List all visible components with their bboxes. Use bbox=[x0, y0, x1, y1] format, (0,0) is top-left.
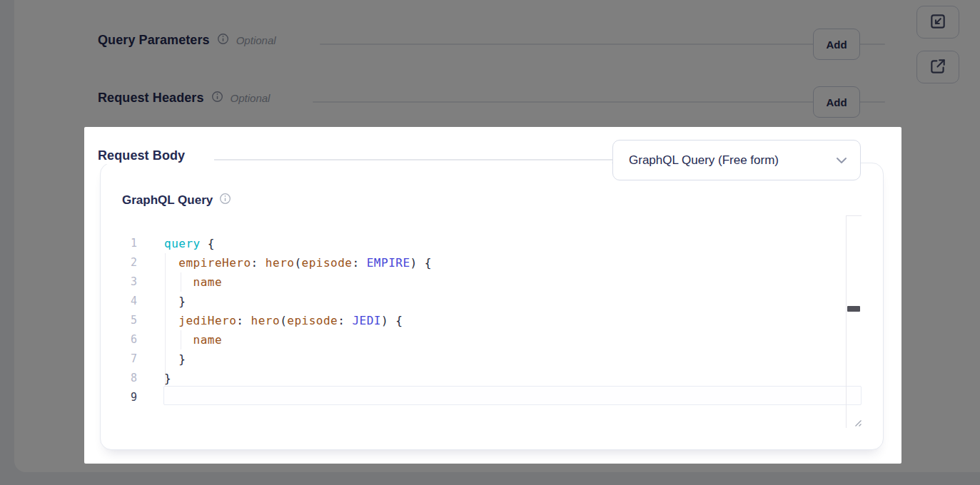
query-parameters-header: Query Parameters Optional bbox=[98, 33, 276, 48]
code-line[interactable]: } bbox=[164, 349, 862, 369]
info-icon bbox=[219, 193, 231, 208]
line-number: 7 bbox=[107, 349, 137, 369]
line-number: 6 bbox=[107, 330, 137, 349]
external-link-icon bbox=[929, 57, 947, 78]
code-line[interactable]: name bbox=[164, 330, 862, 349]
request-body-header: Request Body bbox=[98, 148, 185, 163]
resize-grip-icon[interactable] bbox=[852, 417, 862, 430]
line-number: 2 bbox=[107, 253, 137, 272]
request-headers-label: Request Headers bbox=[98, 91, 204, 106]
external-link-button[interactable] bbox=[916, 51, 959, 83]
code-line[interactable]: } bbox=[164, 292, 862, 311]
graphql-query-header: GraphQL Query bbox=[122, 193, 231, 208]
line-number: 5 bbox=[107, 311, 137, 330]
line-numbers: 123456789 bbox=[107, 234, 137, 407]
optional-label: Optional bbox=[236, 34, 276, 46]
line-number: 1 bbox=[107, 234, 137, 253]
body-type-select[interactable]: GraphQL Query (Free form) bbox=[612, 140, 861, 180]
request-headers-header: Request Headers Optional bbox=[98, 91, 270, 106]
code-line[interactable]: jediHero: hero(episode: JEDI) { bbox=[164, 311, 862, 330]
code-line[interactable] bbox=[164, 388, 862, 407]
code-line[interactable]: query { bbox=[164, 234, 862, 253]
line-number: 3 bbox=[107, 272, 137, 292]
code-lines[interactable]: query { empireHero: hero(episode: EMPIRE… bbox=[164, 234, 862, 407]
code-line[interactable]: empireHero: hero(episode: EMPIRE) { bbox=[164, 253, 862, 272]
code-line[interactable]: } bbox=[164, 369, 862, 388]
query-parameters-label: Query Parameters bbox=[98, 33, 210, 48]
divider bbox=[214, 159, 612, 160]
add-query-parameter-button[interactable]: Add bbox=[813, 29, 860, 60]
divider bbox=[320, 44, 885, 45]
line-number: 8 bbox=[107, 369, 137, 388]
add-request-header-button[interactable]: Add bbox=[813, 86, 860, 118]
info-icon bbox=[211, 91, 223, 106]
code-line[interactable]: name bbox=[164, 272, 862, 292]
optional-label: Optional bbox=[231, 92, 271, 104]
edit-box-button[interactable] bbox=[916, 6, 959, 39]
edit-box-icon bbox=[929, 12, 947, 33]
body-type-selected-value: GraphQL Query (Free form) bbox=[629, 153, 779, 168]
divider bbox=[313, 101, 885, 103]
line-number: 4 bbox=[107, 292, 137, 311]
line-number: 9 bbox=[107, 388, 137, 407]
info-icon bbox=[217, 33, 229, 48]
request-body-label: Request Body bbox=[98, 148, 185, 163]
chevron-down-icon bbox=[836, 154, 847, 167]
scrollbar-thumb[interactable] bbox=[847, 306, 860, 312]
graphql-query-label: GraphQL Query bbox=[122, 193, 213, 208]
scrollbar-track[interactable] bbox=[846, 215, 862, 428]
